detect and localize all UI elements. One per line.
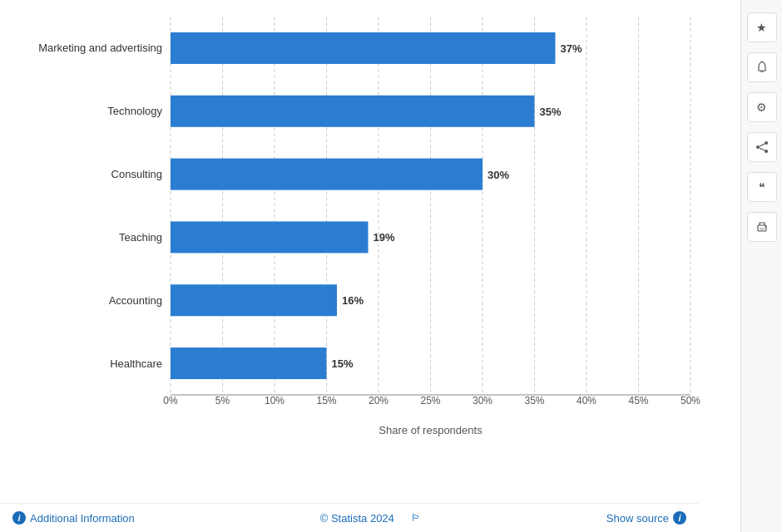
- svg-rect-25: [760, 228, 765, 230]
- svg-line-23: [760, 148, 765, 150]
- bar-accounting: [171, 284, 337, 316]
- chart-area: Marketing and advertisingTechnologyConsu…: [0, 0, 740, 532]
- statista-credit: © Statista 2024: [320, 512, 394, 525]
- svg-point-19: [765, 141, 768, 145]
- x-tick: 25%: [420, 395, 440, 406]
- info-icon: i: [12, 511, 26, 525]
- sidebar: ★ ⚙ ❝: [740, 0, 782, 532]
- show-source-label: Show source: [606, 512, 669, 525]
- x-axis-label: Share of respondents: [171, 424, 690, 436]
- x-tick: 10%: [265, 395, 285, 406]
- x-tick: 35%: [524, 395, 544, 406]
- additional-info-label: Additional Information: [30, 512, 135, 525]
- svg-text:19%: 19%: [374, 231, 395, 244]
- y-label: Healthcare: [8, 332, 171, 395]
- show-source-link[interactable]: Show source i: [606, 511, 686, 525]
- x-tick: 0%: [163, 395, 177, 406]
- y-label: Technology: [8, 80, 171, 143]
- svg-text:35%: 35%: [540, 106, 562, 118]
- x-tick: 50%: [681, 395, 700, 406]
- additional-info-link[interactable]: i Additional Information: [12, 511, 135, 525]
- bar-consulting: [171, 159, 483, 190]
- y-label: Marketing and advertising: [8, 17, 171, 80]
- svg-text:37%: 37%: [561, 42, 582, 55]
- bar-teaching: [171, 221, 369, 253]
- y-label: Consulting: [8, 143, 171, 206]
- x-tick: 5%: [215, 395, 230, 406]
- star-button[interactable]: ★: [747, 12, 777, 42]
- bell-button[interactable]: [747, 52, 777, 82]
- x-tick: 45%: [628, 395, 648, 406]
- x-tick: 30%: [473, 395, 492, 406]
- share-button[interactable]: [747, 132, 777, 162]
- svg-text:30%: 30%: [488, 169, 509, 181]
- bar-technology: [171, 96, 535, 127]
- svg-text:16%: 16%: [342, 294, 364, 307]
- svg-point-21: [765, 150, 768, 153]
- svg-line-22: [760, 144, 765, 146]
- y-label: Teaching: [8, 205, 171, 268]
- source-info-icon: i: [673, 511, 686, 525]
- x-tick: 15%: [316, 395, 336, 406]
- y-label: Accounting: [8, 268, 171, 332]
- bar-healthcare: [171, 347, 327, 379]
- svg-point-20: [756, 145, 760, 149]
- bar-marketing-and-advertising: [171, 32, 556, 64]
- print-button[interactable]: [747, 212, 777, 242]
- x-tick: 20%: [369, 395, 389, 406]
- x-tick: 40%: [577, 395, 596, 406]
- flag-icon: 🏳: [411, 512, 421, 524]
- main-container: Marketing and advertisingTechnologyConsu…: [0, 0, 782, 532]
- svg-point-26: [765, 226, 766, 228]
- quote-button[interactable]: ❝: [747, 172, 777, 202]
- bottom-bar: i Additional Information © Statista 2024…: [0, 503, 699, 532]
- gear-button[interactable]: ⚙: [747, 92, 777, 122]
- svg-text:15%: 15%: [332, 357, 354, 370]
